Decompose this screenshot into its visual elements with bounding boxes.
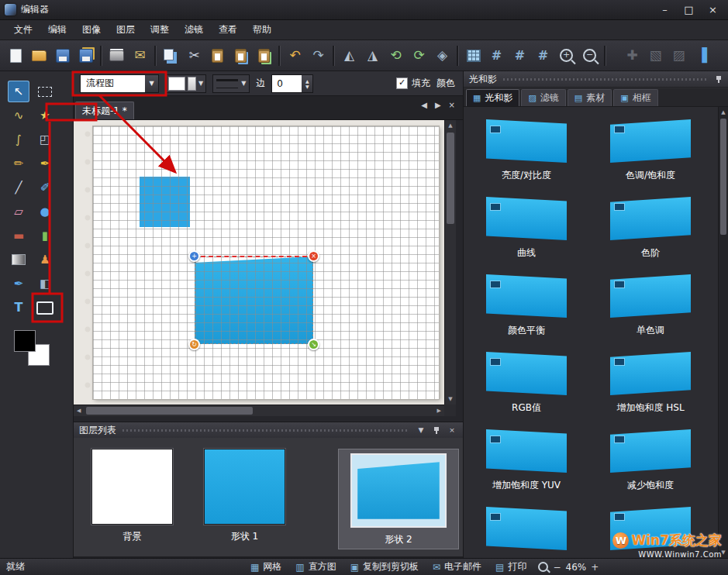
scroll-left-icon[interactable]: ◀ [77,408,81,414]
scroll-right-icon[interactable]: ▶ [437,408,441,414]
close-document-button[interactable]: × [449,101,455,109]
minimize-button[interactable]: – [654,2,675,17]
shape-type-select[interactable]: 流程图 ▼ [80,74,159,93]
new-button[interactable] [5,44,27,67]
edge-width-input[interactable]: 0 ▲▼ [271,74,313,93]
pen-tool[interactable]: ✒ [34,153,56,174]
text-tool[interactable]: T [8,297,29,318]
menu-item[interactable]: 调整 [143,20,177,40]
rect-select-tool[interactable] [34,81,56,102]
shape-tool[interactable] [34,297,56,318]
scroll-up-icon[interactable]: ▲ [719,109,728,115]
lasso-tool[interactable]: ∿ [8,105,29,126]
next-tab-button[interactable]: ▶ [435,101,441,109]
rotate-right-button[interactable]: ⟳ [408,44,430,67]
chevron-down-icon[interactable]: ▼ [145,75,158,92]
foreground-color-swatch[interactable] [14,330,36,352]
status-email-button[interactable]: ✉电子邮件 [426,559,488,575]
redo-button[interactable]: ↷ [307,44,329,67]
zoom-out-button[interactable]: − [578,44,601,67]
fx-item[interactable]: 颜色平衡 [486,274,567,352]
scroll-down-icon[interactable]: ▼ [719,549,728,556]
menu-item[interactable]: 图像 [74,20,109,40]
snap-grid-3-button[interactable]: # [532,44,554,67]
menu-item[interactable]: 查看 [211,20,245,40]
menu-item[interactable]: 滤镜 [177,20,211,40]
save-as-button[interactable] [74,44,97,67]
flip-horizontal-button[interactable]: ◭ [338,44,361,67]
handle-top-left[interactable]: + [188,250,200,262]
color-picker-tool[interactable]: ▮ [34,225,56,246]
free-rotate-button[interactable]: ◈ [431,44,454,67]
menu-item[interactable]: 图层 [109,20,143,40]
panel-scroll-thumb[interactable] [720,119,726,235]
menu-item[interactable]: 编辑 [40,20,74,40]
maximize-button[interactable]: □ [678,2,699,17]
panel-tab[interactable]: ▣相框 [613,89,657,106]
horizontal-scroll-thumb[interactable] [86,407,253,415]
panel-tab[interactable]: ▨滤镜 [521,89,565,106]
zoom-in-button[interactable]: + [591,562,599,573]
panel-tab[interactable]: ▦光和影 [466,89,519,106]
fx-item[interactable] [610,507,691,558]
pencil-tool[interactable]: ✏ [8,153,29,174]
magic-wand-tool[interactable]: ★ [34,105,56,126]
copy-button[interactable] [160,44,182,67]
save-button[interactable] [51,44,74,67]
zoom-out-button[interactable]: − [553,562,561,573]
undo-button[interactable]: ↶ [284,44,306,67]
status-print-button[interactable]: ▤打印 [488,559,533,575]
fx-item[interactable]: 色阶 [610,197,691,274]
rotate-left-button[interactable]: ⟲ [385,44,407,67]
paste-button[interactable] [206,44,229,67]
snap-grid-2-button[interactable]: # [509,44,531,67]
gradient-tool[interactable] [8,249,29,270]
prev-tab-button[interactable]: ◀ [421,101,427,109]
close-panel-icon[interactable]: × [447,426,457,434]
fx-item[interactable]: 增加饱和度 YUV [486,429,567,507]
fill-checkbox[interactable]: ✓ 填充 [396,77,430,90]
menu-item[interactable]: 帮助 [245,20,279,40]
fill-style-picker[interactable]: ▼ [165,74,206,93]
layer-item[interactable]: 形状 2 [338,449,459,549]
print-button[interactable] [105,44,128,67]
open-button[interactable] [28,44,50,67]
status-histogram-button[interactable]: ▥直方图 [288,559,343,575]
document-tab[interactable]: 未标题-1 * [75,102,134,119]
crop-to-selection-button[interactable]: ▧ [644,44,667,67]
canvas-horizontal-scrollbar[interactable]: ◀ ▶ [74,405,444,416]
status-copy-clipboard-button[interactable]: ▣复制到剪切板 [343,559,426,575]
shape-1-square[interactable] [140,177,190,227]
handle-bottom-right[interactable]: ↘ [308,339,319,350]
scroll-down-icon[interactable]: ▼ [445,396,456,402]
handle-bottom-left[interactable]: ↻ [188,339,200,350]
adjust-tool[interactable]: ◧ [34,273,56,294]
grid-toggle-button[interactable] [462,44,485,67]
canvas-vertical-scrollbar[interactable]: ▲ ▼ [444,120,456,405]
vertical-scroll-thumb[interactable] [447,133,454,224]
canvas[interactable]: + × ↻ ↘ [93,126,439,399]
pin-icon[interactable] [433,426,440,435]
brush-tool[interactable]: ✐ [34,177,56,198]
clone-stamp-tool[interactable]: ♟ [34,249,56,270]
layer-item[interactable]: 背景 [91,449,173,543]
blur-drop-tool[interactable]: ● [34,201,56,222]
close-button[interactable]: × [702,2,723,17]
bezier-tool[interactable]: ∫ [8,129,29,150]
fx-item[interactable]: 增加饱和度 HSL [610,352,691,429]
status-grid-toggle[interactable]: ▦网格 [243,559,288,575]
layer-item[interactable]: 形状 1 [204,449,285,543]
pan-tool-button[interactable]: ✚ [621,44,643,67]
paste-as-new-image-button[interactable] [229,44,252,67]
line-tool[interactable]: ╱ [8,177,29,198]
fx-item[interactable]: 单色调 [610,274,691,352]
paste-as-new-layer-button[interactable] [253,44,275,67]
zoom-in-button[interactable]: + [555,44,578,67]
fx-item[interactable]: 曲线 [486,197,567,274]
cut-button[interactable]: ✂ [183,44,205,67]
fx-item[interactable] [486,507,567,558]
fx-item[interactable]: RGB值 [486,352,567,429]
line-style-picker[interactable]: ▼ [212,74,250,93]
collapse-panel-icon[interactable]: ▼ [416,426,426,434]
spinner-arrows[interactable]: ▲▼ [302,75,312,92]
